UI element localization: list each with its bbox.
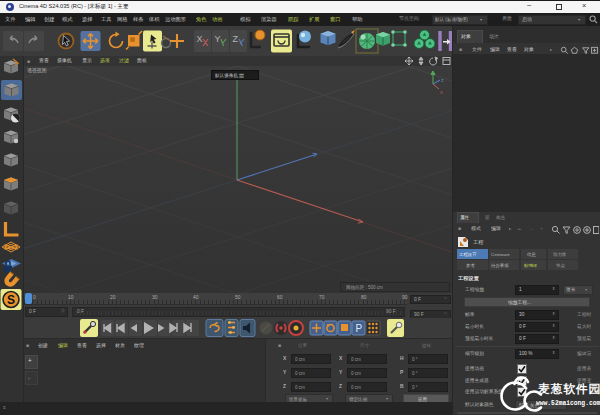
svg-text:X: X (197, 34, 203, 44)
svg-text:P: P (356, 323, 363, 334)
svg-text:x: x (440, 89, 443, 95)
svg-text:S: S (7, 293, 15, 307)
svg-text:Z: Z (233, 34, 239, 44)
svg-text:z: z (441, 77, 444, 83)
svg-text:Y: Y (215, 34, 221, 44)
